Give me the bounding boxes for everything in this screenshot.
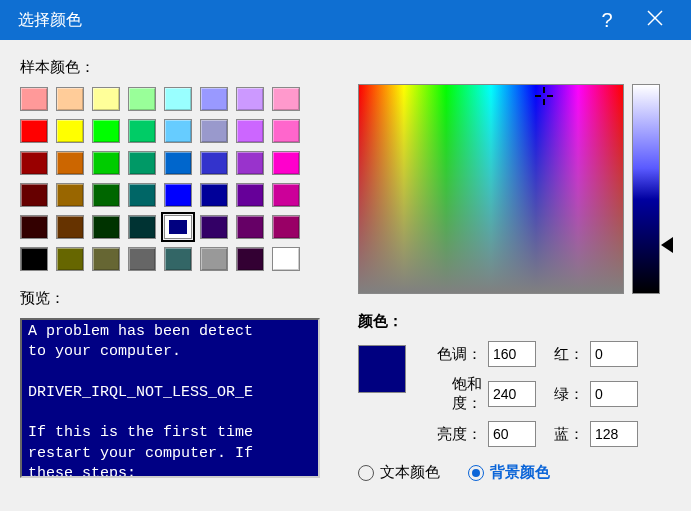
- dialog-content: 样本颜色： 预览： A problem has been detect to y…: [0, 40, 691, 511]
- sv-crosshair: [537, 89, 551, 103]
- color-swatch[interactable]: [128, 183, 156, 207]
- color-swatch[interactable]: [200, 151, 228, 175]
- color-swatch[interactable]: [92, 247, 120, 271]
- color-swatch[interactable]: [272, 247, 300, 271]
- hue-label: 色调：: [426, 345, 482, 364]
- radio-dot-icon: [358, 465, 374, 481]
- color-swatch[interactable]: [236, 183, 264, 207]
- color-swatch[interactable]: [20, 215, 48, 239]
- luminance-bar[interactable]: [632, 84, 660, 294]
- color-swatch[interactable]: [128, 215, 156, 239]
- color-swatch[interactable]: [20, 119, 48, 143]
- preview-box: A problem has been detect to your comput…: [20, 318, 320, 478]
- color-swatch[interactable]: [56, 151, 84, 175]
- value-grid: 色调： 红： 饱和度： 绿： 亮度： 蓝：: [426, 341, 671, 447]
- target-radio-group: 文本颜色 背景颜色: [358, 463, 671, 482]
- color-swatch[interactable]: [92, 151, 120, 175]
- picker-row: [358, 84, 671, 294]
- color-swatch[interactable]: [56, 119, 84, 143]
- color-swatch[interactable]: [164, 215, 192, 239]
- right-column: 颜色： 色调： 红： 饱和度： 绿： 亮度： 蓝：: [358, 58, 671, 511]
- current-color-swatch: [358, 345, 406, 393]
- color-dialog: 选择颜色 ? 样本颜色： 预览： A problem has been dete…: [0, 0, 691, 511]
- color-swatch[interactable]: [20, 151, 48, 175]
- color-swatch[interactable]: [200, 87, 228, 111]
- color-swatch[interactable]: [200, 247, 228, 271]
- swatches-label: 样本颜色：: [20, 58, 330, 77]
- color-swatch[interactable]: [236, 247, 264, 271]
- color-swatch[interactable]: [92, 87, 120, 111]
- color-swatch[interactable]: [236, 215, 264, 239]
- swatch-row: [20, 215, 330, 239]
- color-swatch[interactable]: [236, 151, 264, 175]
- red-label: 红：: [544, 345, 584, 364]
- luminance-pointer[interactable]: [661, 237, 673, 253]
- color-swatch[interactable]: [164, 87, 192, 111]
- color-swatch[interactable]: [272, 151, 300, 175]
- color-swatch[interactable]: [164, 151, 192, 175]
- lum-input[interactable]: [488, 421, 536, 447]
- swatch-row: [20, 119, 330, 143]
- swatch-row: [20, 151, 330, 175]
- color-swatch[interactable]: [92, 215, 120, 239]
- color-swatch[interactable]: [128, 87, 156, 111]
- color-swatch[interactable]: [56, 215, 84, 239]
- swatch-grid: [20, 87, 330, 271]
- sat-input[interactable]: [488, 381, 536, 407]
- green-input[interactable]: [590, 381, 638, 407]
- color-swatch[interactable]: [128, 119, 156, 143]
- radio-dot-icon: [468, 465, 484, 481]
- color-swatch[interactable]: [236, 119, 264, 143]
- color-swatch[interactable]: [164, 119, 192, 143]
- color-swatch[interactable]: [56, 183, 84, 207]
- color-swatch[interactable]: [272, 183, 300, 207]
- color-swatch[interactable]: [200, 215, 228, 239]
- color-swatch[interactable]: [200, 119, 228, 143]
- color-swatch[interactable]: [92, 183, 120, 207]
- help-icon[interactable]: ?: [583, 9, 631, 32]
- hue-input[interactable]: [488, 341, 536, 367]
- color-label: 颜色：: [358, 312, 671, 331]
- red-input[interactable]: [590, 341, 638, 367]
- color-swatch[interactable]: [128, 151, 156, 175]
- color-swatch[interactable]: [272, 119, 300, 143]
- radio-bg-label: 背景颜色: [490, 463, 550, 482]
- color-swatch[interactable]: [92, 119, 120, 143]
- color-swatch[interactable]: [56, 247, 84, 271]
- color-swatch[interactable]: [20, 87, 48, 111]
- color-swatch[interactable]: [272, 215, 300, 239]
- color-swatch[interactable]: [272, 87, 300, 111]
- radio-text-label: 文本颜色: [380, 463, 440, 482]
- hue-saturation-field[interactable]: [358, 84, 624, 294]
- color-swatch[interactable]: [128, 247, 156, 271]
- titlebar: 选择颜色 ?: [0, 0, 691, 40]
- color-swatch[interactable]: [164, 247, 192, 271]
- color-swatch[interactable]: [200, 183, 228, 207]
- blue-input[interactable]: [590, 421, 638, 447]
- radio-text-color[interactable]: 文本颜色: [358, 463, 440, 482]
- lum-label: 亮度：: [426, 425, 482, 444]
- color-swatch[interactable]: [56, 87, 84, 111]
- swatch-row: [20, 183, 330, 207]
- close-icon[interactable]: [631, 9, 679, 32]
- color-row: 色调： 红： 饱和度： 绿： 亮度： 蓝：: [358, 341, 671, 447]
- radio-background-color[interactable]: 背景颜色: [468, 463, 550, 482]
- sat-label: 饱和度：: [426, 375, 482, 413]
- swatch-row: [20, 87, 330, 111]
- color-swatch[interactable]: [20, 247, 48, 271]
- window-title: 选择颜色: [18, 10, 583, 31]
- green-label: 绿：: [544, 385, 584, 404]
- swatch-row: [20, 247, 330, 271]
- blue-label: 蓝：: [544, 425, 584, 444]
- preview-label: 预览：: [20, 289, 330, 308]
- color-swatch[interactable]: [20, 183, 48, 207]
- color-swatch[interactable]: [164, 183, 192, 207]
- color-swatch[interactable]: [236, 87, 264, 111]
- color-section: 颜色： 色调： 红： 饱和度： 绿： 亮度： 蓝：: [358, 312, 671, 482]
- left-column: 样本颜色： 预览： A problem has been detect to y…: [20, 58, 330, 511]
